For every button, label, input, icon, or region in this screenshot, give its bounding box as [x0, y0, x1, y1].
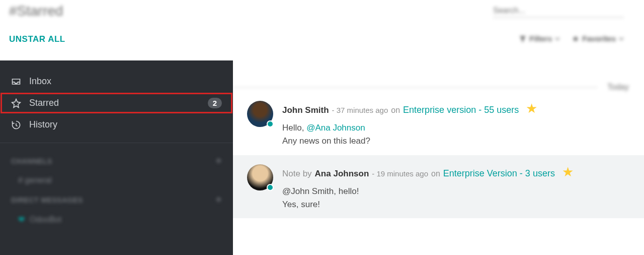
star-icon: [572, 35, 579, 42]
inbox-icon: [11, 77, 21, 87]
starred-count-badge: 2: [208, 98, 222, 108]
add-channel-button[interactable]: +: [216, 155, 222, 167]
search-input[interactable]: [493, 4, 624, 18]
sidebar-item-history[interactable]: History: [0, 114, 233, 136]
favorites-dropdown[interactable]: Favorites: [572, 34, 624, 43]
favorites-label: Favorites: [582, 34, 616, 43]
filters-label: Filters: [529, 34, 552, 43]
dm-header: DIRECT MESSAGES +: [0, 189, 233, 211]
message-item: Note by Ana Johnson - 19 minutes ago on …: [233, 155, 644, 219]
star-toggle[interactable]: ★: [526, 101, 537, 116]
message-list: Today John Smith - 37 minutes ago on Ent…: [233, 60, 644, 255]
add-dm-button[interactable]: +: [216, 194, 222, 206]
sidebar: Inbox Starred 2 History CHANNELS + # gen…: [0, 60, 233, 255]
day-separator: Today: [233, 83, 644, 92]
presence-indicator: [267, 120, 274, 128]
message-timestamp: - 37 minutes ago: [332, 106, 388, 114]
sidebar-item-label: Starred: [29, 98, 59, 108]
avatar[interactable]: [247, 101, 273, 127]
star-icon: [11, 98, 21, 108]
message-record-link[interactable]: Enterprise Version - 3 users: [443, 168, 555, 179]
presence-indicator: [267, 184, 274, 191]
sidebar-item-starred[interactable]: Starred 2: [0, 92, 233, 114]
message-record-link[interactable]: Enterprise version - 55 users: [403, 105, 519, 115]
message-content: Hello, @Ana Johnson Any news on this lea…: [282, 121, 630, 148]
filter-icon: [519, 35, 526, 42]
mention[interactable]: @Ana Johnson: [306, 123, 365, 133]
message-author[interactable]: John Smith: [282, 105, 329, 115]
channels-header: CHANNELS +: [0, 150, 233, 172]
message-timestamp: - 19 minutes ago: [372, 169, 428, 178]
message-author[interactable]: Ana Johnson: [315, 169, 369, 179]
channel-item-general[interactable]: # general: [0, 172, 233, 189]
message-content: @John Smith, hello! Yes, sure!: [282, 185, 630, 212]
note-prefix: Note by: [282, 169, 312, 179]
filters-dropdown[interactable]: Filters: [519, 34, 560, 43]
unstar-all-button[interactable]: UNSTAR ALL: [9, 34, 65, 44]
sidebar-item-inbox[interactable]: Inbox: [0, 71, 233, 92]
message-item: John Smith - 37 minutes ago on Enterpris…: [233, 92, 644, 155]
dm-item-odoobot[interactable]: ❤ OdooBot: [0, 211, 233, 228]
chevron-down-icon: [619, 36, 624, 41]
message-on-label: on: [391, 106, 400, 115]
history-icon: [11, 120, 21, 130]
avatar[interactable]: [247, 164, 273, 190]
sidebar-item-label: Inbox: [29, 76, 51, 87]
message-on-label: on: [431, 169, 440, 178]
star-toggle[interactable]: ★: [562, 164, 574, 180]
sidebar-item-label: History: [29, 119, 57, 130]
chevron-down-icon: [555, 36, 560, 41]
